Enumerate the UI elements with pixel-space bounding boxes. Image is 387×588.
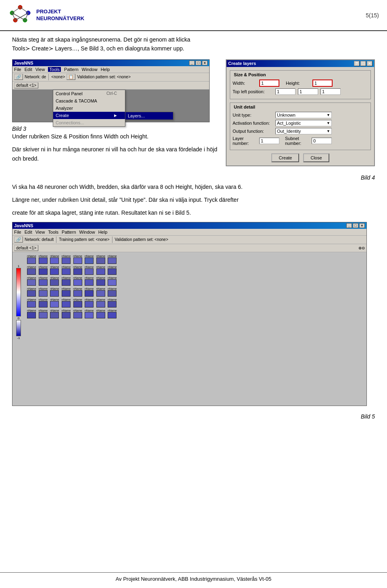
dialog-controls: ? □ × bbox=[354, 61, 372, 66]
screenshots-row: JavaNNS _ □ × File Edit View Tools Patte… bbox=[12, 59, 375, 167]
create-layers-dialog: Create layers ? □ × Size & Position Widt… bbox=[226, 59, 375, 166]
bild5-view[interactable]: View bbox=[35, 230, 45, 234]
neuron-row-5: nName nName nName nName nName nName nNam… bbox=[27, 298, 364, 308]
neuron-cell: nName bbox=[85, 287, 94, 297]
create-submenu: Layers... bbox=[125, 112, 173, 120]
bild5-window[interactable]: Window bbox=[79, 230, 95, 234]
subnet-input[interactable] bbox=[312, 138, 332, 144]
neuron-cell: nName bbox=[39, 309, 48, 318]
neuron-cell: nName bbox=[96, 266, 105, 275]
menu-control-panel[interactable]: Control Panel Ctrl-C bbox=[53, 90, 125, 97]
output-label: Output function: bbox=[233, 129, 273, 134]
neuron-cell: nName bbox=[108, 255, 117, 264]
analyzer-label: Analyzer bbox=[56, 106, 73, 111]
dialog-maximize-btn[interactable]: □ bbox=[360, 61, 366, 66]
menu-cascade[interactable]: Cascade & TACOMA bbox=[53, 97, 125, 105]
minimize-btn[interactable]: _ bbox=[189, 61, 195, 65]
neuron-cell: nName bbox=[50, 276, 59, 286]
body-text-2: Längre ner, under rubriken Unit detail, … bbox=[12, 195, 375, 205]
activation-label: Activation function: bbox=[233, 121, 273, 126]
neuron-cell: nName bbox=[85, 255, 94, 264]
output-value: Out_Identity bbox=[277, 129, 301, 134]
activation-select[interactable]: Act_Logistic ▼ bbox=[275, 120, 332, 126]
menu-analyzer[interactable]: Analyzer bbox=[53, 105, 125, 112]
submenu-layers[interactable]: Layers... bbox=[125, 112, 173, 119]
validation-label: Validation pattern set: <none> bbox=[77, 75, 131, 79]
menu-view[interactable]: View bbox=[35, 67, 45, 72]
close-btn[interactable]: × bbox=[202, 61, 208, 65]
neuron-cell: nName bbox=[39, 276, 48, 286]
menu-create[interactable]: Create ▶ Layers... bbox=[53, 112, 125, 119]
bild5-net-icon[interactable]: 🔗 bbox=[14, 236, 23, 243]
dialog-titlebar: Create layers ? □ × bbox=[227, 60, 374, 67]
toolbar-pattern-btn[interactable]: 📋 bbox=[67, 74, 75, 80]
unit-type-select[interactable]: Unknown ▼ bbox=[275, 112, 332, 118]
neuron-cell: nName bbox=[85, 276, 94, 286]
output-select[interactable]: Out_Identity ▼ bbox=[275, 128, 332, 134]
bild5-title: JavaNNS bbox=[14, 223, 33, 228]
menu-file[interactable]: File bbox=[14, 67, 21, 72]
intro-paragraph: Nästa steg är att skapa ingångsneuronern… bbox=[12, 35, 375, 53]
maximize-btn[interactable]: □ bbox=[196, 61, 201, 65]
bild5-controls: _ □ × bbox=[346, 223, 365, 228]
menu-tools[interactable]: Tools bbox=[48, 67, 61, 72]
tab-btn[interactable]: default <1> bbox=[14, 82, 38, 88]
width-input[interactable] bbox=[259, 80, 279, 87]
bild5-pattern[interactable]: Pattern bbox=[62, 230, 76, 234]
menu-edit[interactable]: Edit bbox=[25, 67, 32, 72]
topleft-y[interactable] bbox=[298, 88, 318, 95]
dialog-body: Size & Position Width: Height: Top left … bbox=[227, 67, 374, 165]
toolbar-sep1 bbox=[48, 74, 49, 80]
neuron-cell: nName bbox=[85, 309, 94, 318]
create-button[interactable]: Create bbox=[271, 153, 299, 162]
bild5-minimize[interactable]: _ bbox=[346, 223, 352, 228]
main-content: Nästa steg är att skapa ingångsneuronern… bbox=[0, 31, 387, 428]
neuron-cell: nName bbox=[108, 266, 117, 275]
menu-help[interactable]: Help bbox=[101, 67, 110, 72]
scale-top-label: 1 bbox=[18, 264, 19, 268]
neuron-cell: nName bbox=[50, 309, 59, 318]
bild5-zoom: ⊕⊖ bbox=[358, 246, 365, 250]
topleft-row: Top left position: bbox=[233, 88, 368, 95]
bild5-window: JavaNNS _ □ × File Edit View Tools Patte… bbox=[12, 222, 367, 406]
neuron-cell: nName bbox=[27, 309, 36, 318]
bild5-file[interactable]: File bbox=[14, 230, 21, 234]
bild5-tools[interactable]: Tools bbox=[48, 230, 58, 234]
bild5-sep1 bbox=[56, 236, 56, 243]
bild5-close[interactable]: × bbox=[359, 223, 365, 228]
topleft-z[interactable] bbox=[320, 88, 341, 95]
neuron-cell: nName bbox=[96, 255, 105, 264]
height-input[interactable] bbox=[312, 80, 333, 87]
neuron-cell: nName bbox=[50, 266, 59, 275]
logo-icon bbox=[8, 4, 32, 26]
color-scale-lower bbox=[16, 320, 21, 336]
unit-type-row: Unit type: Unknown ▼ bbox=[233, 112, 368, 118]
dialog-close-button[interactable]: Close bbox=[303, 153, 329, 162]
bild5-help[interactable]: Help bbox=[98, 230, 108, 234]
neuron-cell: nName bbox=[108, 276, 117, 286]
topleft-x[interactable] bbox=[275, 88, 295, 95]
control-panel-label: Control Panel bbox=[56, 91, 83, 96]
neuron-cell: nName bbox=[39, 266, 48, 275]
bild5-toolbar2: default <1> ⊕⊖ bbox=[12, 244, 366, 252]
menu-window[interactable]: Window bbox=[82, 67, 98, 72]
toolbar-network-btn[interactable]: 🔗 bbox=[14, 74, 23, 80]
output-arrow: ▼ bbox=[327, 129, 330, 133]
neuron-cell: nName bbox=[85, 266, 94, 275]
bild5-tab[interactable]: default <1> bbox=[14, 245, 38, 251]
layer-number-input[interactable] bbox=[259, 138, 279, 144]
connections-label: Connections... bbox=[56, 120, 84, 125]
menu-pattern[interactable]: Pattern bbox=[64, 67, 78, 72]
bild5-edit[interactable]: Edit bbox=[25, 230, 32, 234]
dialog-close-btn[interactable]: × bbox=[367, 61, 372, 66]
neuron-cell: nName bbox=[62, 298, 71, 308]
neuron-cell: nName bbox=[73, 298, 82, 308]
neuron-cell: nName bbox=[27, 287, 36, 297]
neuron-cell: nName bbox=[73, 309, 82, 318]
bild4-section: Create layers ? □ × Size & Position Widt… bbox=[226, 59, 375, 166]
bild5-maximize[interactable]: □ bbox=[353, 223, 358, 228]
neuron-cell: nName bbox=[39, 298, 48, 308]
bild5-titlebar: JavaNNS _ □ × bbox=[12, 222, 366, 229]
dialog-help-btn[interactable]: ? bbox=[354, 61, 360, 66]
activation-row: Activation function: Act_Logistic ▼ bbox=[233, 120, 368, 126]
